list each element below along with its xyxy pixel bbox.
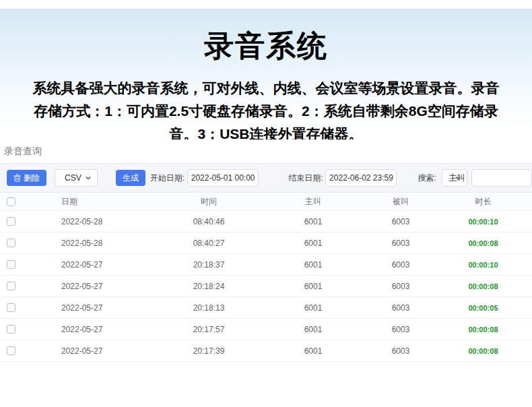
column-header-callee: 被叫 [367, 196, 434, 208]
table-body: 2022-05-28 08:40:46 6001 6003 00:00:10 2… [0, 211, 532, 362]
cell-date: 2022-05-28 [37, 217, 158, 226]
row-checkbox[interactable] [7, 282, 15, 290]
cell-duration: 00:00:08 [434, 239, 532, 247]
chevron-down-icon [455, 175, 461, 181]
cell-callee: 6003 [367, 217, 434, 226]
cell-caller: 6001 [259, 239, 367, 248]
cell-time: 08:40:46 [158, 217, 259, 226]
cell-caller: 6001 [259, 346, 367, 356]
cell-callee: 6003 [367, 239, 434, 248]
page-title: 录音系统 [0, 26, 532, 66]
column-header-duration: 时长 [434, 196, 532, 208]
table-row: 2022-05-28 08:40:27 6001 6003 00:00:08 [0, 232, 532, 254]
cell-caller: 6001 [259, 303, 367, 313]
cell-time: 20:17:39 [158, 346, 259, 356]
table-row: 2022-05-27 20:18:13 6001 6003 00:00:05 [0, 297, 532, 319]
table-row: 2022-05-27 20:17:57 6001 6003 00:00:08 [0, 319, 532, 340]
export-format-value: CSV [65, 173, 81, 183]
cell-duration: 00:00:08 [434, 347, 532, 355]
cell-caller: 6001 [259, 260, 367, 270]
cell-date: 2022-05-27 [37, 303, 158, 313]
end-date-label: 结束日期: [288, 173, 323, 184]
recording-query-panel: 删除 CSV 生成 开始日期: 结束日期: 搜索: 主叫 日期 [0, 163, 532, 362]
export-format-select[interactable]: CSV [55, 169, 98, 187]
cell-time: 20:18:24 [158, 282, 259, 291]
start-date-label: 开始日期: [150, 173, 185, 184]
column-header-time: 时间 [158, 196, 259, 208]
toolbar: 删除 CSV 生成 开始日期: 结束日期: 搜索: 主叫 [0, 164, 532, 192]
row-checkbox[interactable] [7, 239, 15, 247]
search-label: 搜索: [418, 173, 436, 184]
table-row: 2022-05-27 20:18:24 6001 6003 00:00:08 [0, 276, 532, 297]
delete-button-label: 删除 [24, 173, 40, 184]
table-header: 日期 时间 主叫 被叫 时长 [0, 192, 532, 211]
cell-time: 20:17:57 [158, 325, 259, 334]
cell-caller: 6001 [259, 217, 367, 226]
cell-duration: 00:00:10 [434, 261, 532, 269]
cell-callee: 6003 [367, 260, 434, 270]
cell-date: 2022-05-27 [37, 260, 158, 270]
row-checkbox[interactable] [7, 303, 15, 312]
search-field-select[interactable]: 主叫 [442, 169, 467, 187]
cell-duration: 00:00:08 [434, 282, 532, 290]
cell-caller: 6001 [259, 325, 367, 334]
table-row: 2022-05-27 20:18:37 6001 6003 00:00:10 [0, 254, 532, 276]
chevron-down-icon [85, 175, 92, 181]
column-header-caller: 主叫 [259, 196, 367, 208]
cell-caller: 6001 [259, 282, 367, 291]
search-input[interactable] [471, 169, 532, 187]
cell-time: 08:40:27 [158, 239, 259, 248]
trash-icon [13, 174, 21, 182]
hero-banner: 录音系统 系统具备强大的录音系统，可对外线、内线、会议室等场景设置录音。录音存储… [0, 9, 532, 139]
table-row: 2022-05-28 08:40:46 6001 6003 00:00:10 [0, 211, 532, 232]
row-checkbox[interactable] [7, 346, 15, 355]
cell-time: 20:18:37 [158, 260, 259, 270]
table-row: 2022-05-27 20:17:39 6001 6003 00:00:08 [0, 340, 532, 362]
cell-duration: 00:00:08 [434, 325, 532, 334]
cell-time: 20:18:13 [158, 303, 259, 313]
generate-button[interactable]: 生成 [116, 170, 145, 186]
cell-duration: 00:00:10 [434, 218, 532, 226]
column-header-date: 日期 [37, 196, 158, 208]
cell-callee: 6003 [367, 282, 434, 291]
cell-callee: 6003 [367, 303, 434, 313]
cell-date: 2022-05-27 [37, 346, 158, 356]
end-date-input[interactable] [325, 169, 397, 187]
cell-date: 2022-05-27 [37, 282, 158, 291]
generate-button-label: 生成 [123, 173, 139, 184]
cell-callee: 6003 [367, 346, 434, 356]
start-date-input[interactable] [187, 169, 259, 187]
section-title: 录音查询 [0, 139, 532, 163]
cell-duration: 00:00:05 [434, 304, 532, 312]
delete-button[interactable]: 删除 [7, 170, 46, 186]
cell-callee: 6003 [367, 325, 434, 334]
row-checkbox[interactable] [7, 217, 15, 226]
cell-date: 2022-05-28 [37, 239, 158, 248]
select-all-checkbox[interactable] [7, 197, 15, 206]
page-description: 系统具备强大的录音系统，可对外线、内线、会议室等场景设置录音。录音存储方式：1：… [28, 77, 504, 139]
row-checkbox[interactable] [7, 260, 15, 269]
row-checkbox[interactable] [7, 325, 15, 334]
cell-date: 2022-05-27 [37, 325, 158, 334]
